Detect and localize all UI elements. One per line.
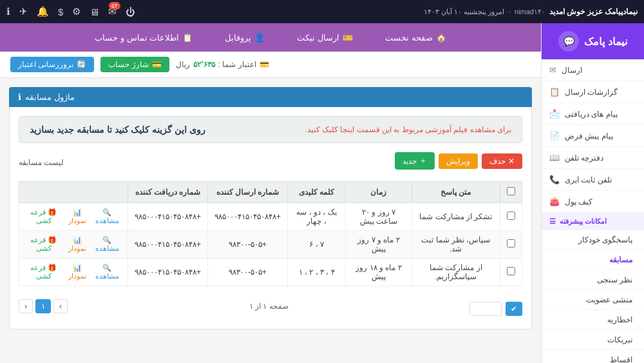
separator: -: [508, 7, 511, 16]
row-checkbox-2[interactable]: [507, 267, 515, 275]
sidebar-sub-installments[interactable]: اقساط: [542, 350, 644, 363]
bell-icon[interactable]: 🔔: [37, 6, 49, 17]
pagination-prev[interactable]: ‹: [19, 299, 33, 313]
pagination-info: صفحه ۱ از ۱: [249, 302, 289, 311]
nav-home[interactable]: 🏠 صفحه نخست: [379, 33, 453, 43]
lottery-link-2[interactable]: 🎁 قرعه کشی: [26, 264, 61, 280]
charge-label: شارژ حساب: [108, 60, 148, 69]
pagination-controls: › ۱ ‹: [19, 299, 68, 313]
sidebar-autoresponder-label: پاسخگوی خودکار: [578, 235, 632, 244]
view-link-1[interactable]: 🔍 مشاهده: [93, 236, 121, 253]
td-receiver-2: +۹۸۵۰۰۰۴۱۵۰۴۵۰۸۴۸: [128, 259, 207, 286]
td-receiver-1: +۹۸۵۰۰۰۴۱۵۰۴۵۰۸۴۸: [128, 231, 207, 259]
account-bar: 💳 اعتبار شما : ۵۲٬۶۳۵ ریال 💳 شارژ حساب 🔄…: [0, 52, 541, 78]
list-title: لیست مسابقه: [19, 158, 64, 167]
power-icon[interactable]: ⏻: [126, 6, 135, 17]
td-keyword-0: یک ، دو ، سه ، چهار: [288, 203, 346, 231]
promo-link[interactable]: برای مشاهده فیلم آموزشی مربوط به این قسم…: [305, 125, 511, 134]
td-time-1: ۲ ماه و ۷ روز پیش: [346, 231, 412, 259]
credit-amount: ۵۲٬۶۳۵: [193, 60, 215, 69]
sidebar-received-label: پیام های دریافتی: [565, 110, 618, 119]
td-actions-0: 🔍 مشاهده 📊 نمودار 🎁 قرعه کشی: [19, 203, 128, 231]
td-checkbox-2: [500, 259, 522, 286]
sidebar-sub-secretary[interactable]: منشی عضویت: [542, 290, 644, 310]
nav-profile[interactable]: 👤 پروفایل: [218, 33, 271, 43]
chart-link-0[interactable]: 📊 نمودار: [65, 208, 89, 225]
sidebar-section-label: امکانات پیشرفته: [560, 217, 607, 226]
display-icon[interactable]: 🖥: [90, 6, 99, 17]
td-answer-0: تشکر از مشارکت شما: [412, 203, 500, 231]
per-page-bar: ✔: [469, 302, 522, 316]
delete-button[interactable]: ✕ حذف: [482, 153, 522, 169]
sidebar-landline-icon: 📞: [549, 175, 560, 184]
chart-link-1[interactable]: 📊 نمودار: [65, 236, 89, 253]
sidebar-item-received[interactable]: پیام های دریافتی 📩: [542, 103, 644, 125]
sidebar-sub-congrats[interactable]: تبریکات: [542, 330, 644, 350]
sidebar-item-phonebook[interactable]: دفترچه تلفن 📖: [542, 147, 644, 169]
td-time-2: ۲ ماه و ۱۸ روز پیش: [346, 259, 412, 286]
sidebar-item-send[interactable]: ارسال ✉: [542, 59, 644, 81]
sidebar-installments-label: اقساط: [610, 355, 632, 363]
pagination-next[interactable]: ›: [53, 299, 68, 313]
th-sender: شماره ارسال کننده: [208, 182, 288, 203]
sidebar-sub-autoresponder[interactable]: پاسخگوی خودکار: [542, 230, 644, 250]
promo-text: روی این گزینه کلیک کنید تا مسابقه جدید ب…: [30, 124, 205, 135]
contest-table: متن پاسخ زمان کلمه کلیدی شماره ارسال کنن…: [19, 181, 522, 286]
select-all-checkbox[interactable]: [507, 187, 515, 195]
logo-icon: 💬: [558, 31, 579, 52]
td-actions-2: 🔍 مشاهده 📊 نمودار 🎁 قرعه کشی: [19, 259, 128, 286]
row-checkbox-1[interactable]: [507, 239, 515, 248]
new-button[interactable]: ＋ جدید: [395, 152, 435, 170]
sidebar-item-landline[interactable]: تلفن ثابت ابری 📞: [542, 169, 644, 191]
settings-icon[interactable]: ⚙: [72, 6, 80, 17]
sidebar-item-default-msg[interactable]: پیام پیش فرض 📄: [542, 125, 644, 147]
module-title: ماژول مسابقه: [25, 92, 75, 102]
per-page-apply-button[interactable]: ✔: [506, 302, 522, 316]
lottery-link-1[interactable]: 🎁 قرعه کشی: [26, 236, 61, 253]
dollar-icon[interactable]: $: [58, 6, 63, 17]
per-page-input[interactable]: [469, 302, 502, 316]
sidebar-section-icon: ☰: [549, 217, 556, 226]
pagination-page-1[interactable]: ۱: [35, 299, 51, 313]
td-sender-2: +۹۸۳۰۰-۵۰۵: [208, 259, 288, 286]
td-answer-2: از مشارکت شما سپاسگزاریم.: [412, 259, 500, 286]
sidebar-item-wallet[interactable]: کیف پول 👛: [542, 191, 644, 213]
nav-ticket-icon: 🎫: [343, 33, 353, 43]
th-checkbox: [500, 182, 522, 203]
sidebar-sub-contest[interactable]: مسابقه: [542, 250, 644, 270]
refresh-credit-button[interactable]: 🔄 بروزرسانی اعتبار: [10, 57, 94, 72]
sidebar-sub-warning[interactable]: اخطاریه: [542, 310, 644, 330]
module-header: ماژول مسابقه ℹ: [9, 87, 532, 107]
sidebar-warning-label: اخطاریه: [607, 315, 632, 324]
date-label: امروز پنجشنبه ۱۰ آبان ۱۴۰۳: [424, 8, 504, 16]
sidebar-item-reports[interactable]: گزارشات ارسال 📋: [542, 81, 644, 103]
refresh-icon: 🔄: [77, 60, 86, 69]
th-keyword: کلمه کلیدی: [288, 182, 346, 203]
username-label: نیماد‌پیامک عزیز خوش امدید: [549, 7, 638, 16]
lottery-link-0[interactable]: 🎁 قرعه کشی: [26, 208, 61, 225]
send-icon[interactable]: ✈: [19, 6, 28, 17]
email-icon[interactable]: ✉ ۵۴: [108, 6, 117, 17]
td-time-0: ۷ روز و ۲۰ ساعت پیش: [346, 203, 412, 231]
pagination-bar: ✔ صفحه ۱ از ۱ › ۱ ‹: [19, 293, 522, 320]
info-icon[interactable]: ℹ: [6, 6, 10, 17]
row-checkbox-0[interactable]: [507, 211, 515, 220]
sidebar-sub-survey[interactable]: نظر سنجی: [542, 270, 644, 290]
nav-account[interactable]: 📋 اطلاعات تماس و حساب: [88, 33, 199, 43]
table-row: سپاس، نظر شما ثبت شد. ۲ ماه و ۷ روز پیش …: [19, 231, 522, 259]
logo-text: نیماد پامک: [584, 35, 627, 48]
top-bar: نیماد‌پیامک عزیز خوش امدید nimad۱۴۰ - ام…: [0, 0, 644, 23]
chart-link-2[interactable]: 📊 نمودار: [65, 264, 89, 280]
charge-button[interactable]: 💳 شارژ حساب: [100, 57, 169, 72]
sidebar-send-label: ارسال: [562, 66, 582, 75]
table-row: از مشارکت شما سپاسگزاریم. ۲ ماه و ۱۸ روز…: [19, 259, 522, 286]
sidebar: نیماد پامک 💬 ارسال ✉ گزارشات ارسال 📋 پیا…: [541, 23, 644, 363]
th-answer: متن پاسخ: [412, 182, 500, 203]
edit-button[interactable]: ویرایش: [439, 153, 478, 169]
td-checkbox-1: [500, 231, 522, 259]
nav-ticket[interactable]: 🎫 ارسال تیکت: [290, 33, 359, 43]
view-link-2[interactable]: 🔍 مشاهده: [93, 264, 121, 280]
th-receiver: شماره دریافت کننده: [128, 182, 207, 203]
view-link-0[interactable]: 🔍 مشاهده: [93, 208, 121, 225]
td-sender-1: +۹۸۳۰۰-۵۰۵: [208, 231, 288, 259]
